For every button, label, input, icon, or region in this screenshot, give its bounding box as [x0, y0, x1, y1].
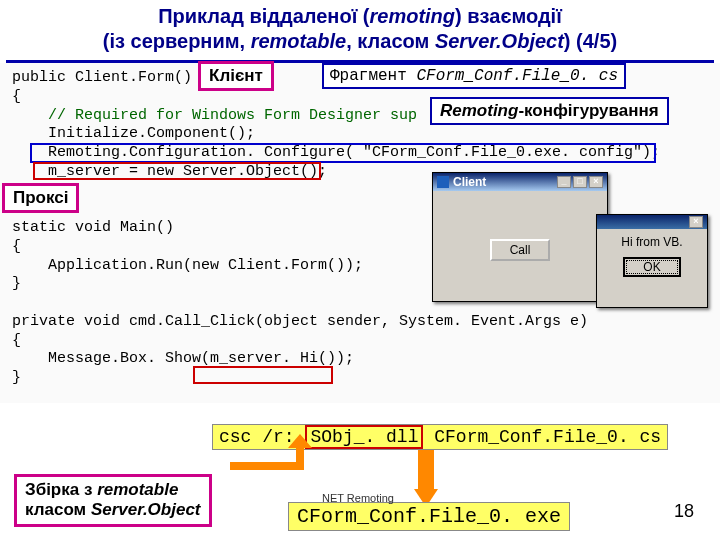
- csc-command-box: csc /r: SObj_. dll CForm_Conf.File_0. cs: [212, 424, 668, 450]
- client-window: Client _ □ × Call: [432, 172, 608, 302]
- proxy-label: Проксі: [13, 188, 68, 207]
- proxy-label-box: Проксі: [2, 183, 79, 213]
- messagebox-text: Hi from VB.: [621, 235, 682, 249]
- client-label: Клієнт: [209, 66, 263, 85]
- arrow-assembly-head: [288, 434, 312, 448]
- messagebox: × Hi from VB. OK: [596, 214, 708, 308]
- slide-title: Приклад віддаленої (remoting) взаємодії …: [0, 0, 720, 60]
- maximize-icon[interactable]: □: [573, 176, 587, 188]
- remoting-config-box: Remoting-конфігурування: [430, 97, 669, 125]
- close-icon[interactable]: ×: [689, 216, 703, 228]
- messagebox-titlebar: ×: [597, 215, 707, 229]
- assembly-label-box: Збірка з remotable класом Server.Object: [14, 474, 212, 527]
- minimize-icon[interactable]: _: [557, 176, 571, 188]
- client-window-titlebar: Client _ □ ×: [433, 173, 607, 191]
- arrow-compile-shaft: [418, 450, 434, 490]
- client-window-title: Client: [453, 175, 486, 189]
- highlight-sobj-dll: SObj_. dll: [305, 425, 423, 449]
- page-number: 18: [674, 501, 694, 522]
- exe-output-box: CForm_Conf.File_0. exe: [288, 502, 570, 531]
- app-icon: [437, 176, 449, 188]
- arrow-assembly-shaft: [230, 462, 300, 470]
- arrow-assembly-shaft2: [296, 448, 304, 470]
- close-icon[interactable]: ×: [589, 176, 603, 188]
- client-label-box: Клієнт: [198, 61, 274, 91]
- footer-text: NET Remoting: [322, 492, 394, 504]
- call-button[interactable]: Call: [490, 239, 551, 261]
- fragment-filename-box: Фрагмент CForm_Conf.File_0. cs: [322, 63, 626, 89]
- ok-button[interactable]: OK: [623, 257, 680, 277]
